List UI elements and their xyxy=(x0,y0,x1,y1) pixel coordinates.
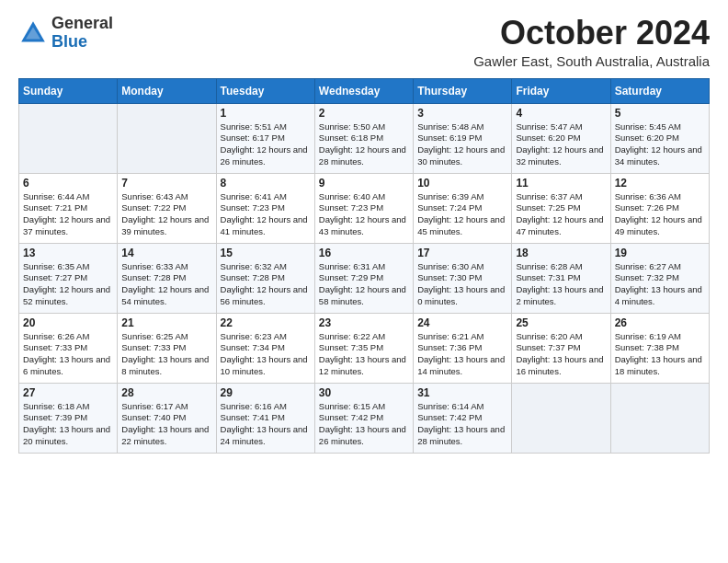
day-number: 18 xyxy=(516,247,606,259)
week-row-4: 20Sunrise: 6:26 AMSunset: 7:33 PMDayligh… xyxy=(19,313,710,383)
day-number: 6 xyxy=(23,177,113,190)
day-number: 31 xyxy=(417,386,507,399)
calendar-cell xyxy=(19,103,118,173)
cell-info: Sunrise: 6:15 AMSunset: 7:42 PMDaylight:… xyxy=(319,401,409,448)
day-number: 19 xyxy=(615,247,705,259)
day-number: 27 xyxy=(23,386,113,399)
calendar-cell xyxy=(512,383,610,453)
cell-info: Sunrise: 6:30 AMSunset: 7:30 PMDaylight:… xyxy=(417,261,507,308)
week-row-2: 6Sunrise: 6:44 AMSunset: 7:21 PMDaylight… xyxy=(19,173,710,243)
calendar-cell: 3Sunrise: 5:48 AMSunset: 6:19 PMDaylight… xyxy=(414,103,512,173)
day-number: 28 xyxy=(121,386,211,399)
header-day-tuesday: Tuesday xyxy=(216,78,314,103)
cell-info: Sunrise: 6:22 AMSunset: 7:35 PMDaylight:… xyxy=(319,331,409,378)
calendar-cell xyxy=(118,103,216,173)
cell-info: Sunrise: 6:14 AMSunset: 7:42 PMDaylight:… xyxy=(417,401,507,448)
calendar-cell: 22Sunrise: 6:23 AMSunset: 7:34 PMDayligh… xyxy=(216,313,314,383)
calendar-cell: 28Sunrise: 6:17 AMSunset: 7:40 PMDayligh… xyxy=(118,383,216,453)
day-number: 22 xyxy=(221,316,311,329)
calendar-cell: 26Sunrise: 6:19 AMSunset: 7:38 PMDayligh… xyxy=(610,313,709,383)
calendar-cell xyxy=(610,383,709,453)
calendar-cell: 13Sunrise: 6:35 AMSunset: 7:27 PMDayligh… xyxy=(19,243,118,313)
calendar-cell: 29Sunrise: 6:16 AMSunset: 7:41 PMDayligh… xyxy=(216,383,314,453)
calendar-cell: 17Sunrise: 6:30 AMSunset: 7:30 PMDayligh… xyxy=(414,243,512,313)
day-number: 4 xyxy=(516,107,606,120)
calendar-cell: 8Sunrise: 6:41 AMSunset: 7:23 PMDaylight… xyxy=(216,173,314,243)
calendar-cell: 18Sunrise: 6:28 AMSunset: 7:31 PMDayligh… xyxy=(512,243,610,313)
header-day-friday: Friday xyxy=(512,78,610,103)
calendar-cell: 30Sunrise: 6:15 AMSunset: 7:42 PMDayligh… xyxy=(314,383,413,453)
cell-info: Sunrise: 5:51 AMSunset: 6:17 PMDaylight:… xyxy=(221,121,311,168)
logo: General Blue xyxy=(18,15,113,52)
header-day-sunday: Sunday xyxy=(19,78,118,103)
day-number: 9 xyxy=(319,177,409,190)
header: General Blue October 2024 Gawler East, S… xyxy=(18,15,710,69)
cell-info: Sunrise: 6:16 AMSunset: 7:41 PMDaylight:… xyxy=(221,401,311,448)
calendar-cell: 19Sunrise: 6:27 AMSunset: 7:32 PMDayligh… xyxy=(610,243,709,313)
week-row-1: 1Sunrise: 5:51 AMSunset: 6:17 PMDaylight… xyxy=(19,103,710,173)
cell-info: Sunrise: 5:48 AMSunset: 6:19 PMDaylight:… xyxy=(417,121,507,168)
cell-info: Sunrise: 6:40 AMSunset: 7:23 PMDaylight:… xyxy=(319,191,409,238)
day-number: 17 xyxy=(417,247,507,259)
cell-info: Sunrise: 6:32 AMSunset: 7:28 PMDaylight:… xyxy=(221,261,311,308)
calendar-cell: 21Sunrise: 6:25 AMSunset: 7:33 PMDayligh… xyxy=(118,313,216,383)
logo-general: General xyxy=(51,14,113,32)
calendar-cell: 4Sunrise: 5:47 AMSunset: 6:20 PMDaylight… xyxy=(512,103,610,173)
cell-info: Sunrise: 6:31 AMSunset: 7:29 PMDaylight:… xyxy=(319,261,409,308)
header-day-monday: Monday xyxy=(118,78,216,103)
cell-info: Sunrise: 6:44 AMSunset: 7:21 PMDaylight:… xyxy=(23,191,113,238)
cell-info: Sunrise: 6:20 AMSunset: 7:37 PMDaylight:… xyxy=(516,331,606,378)
cell-info: Sunrise: 6:21 AMSunset: 7:36 PMDaylight:… xyxy=(417,331,507,378)
calendar-cell: 9Sunrise: 6:40 AMSunset: 7:23 PMDaylight… xyxy=(314,173,413,243)
month-title: October 2024 xyxy=(473,15,710,52)
calendar-cell: 15Sunrise: 6:32 AMSunset: 7:28 PMDayligh… xyxy=(216,243,314,313)
day-number: 23 xyxy=(319,316,409,329)
location-title: Gawler East, South Australia, Australia xyxy=(473,53,710,69)
cell-info: Sunrise: 6:23 AMSunset: 7:34 PMDaylight:… xyxy=(221,331,311,378)
calendar-cell: 5Sunrise: 5:45 AMSunset: 6:20 PMDaylight… xyxy=(610,103,709,173)
calendar-cell: 27Sunrise: 6:18 AMSunset: 7:39 PMDayligh… xyxy=(19,383,118,453)
calendar-cell: 10Sunrise: 6:39 AMSunset: 7:24 PMDayligh… xyxy=(414,173,512,243)
day-number: 13 xyxy=(23,247,113,259)
calendar-cell: 11Sunrise: 6:37 AMSunset: 7:25 PMDayligh… xyxy=(512,173,610,243)
cell-info: Sunrise: 6:43 AMSunset: 7:22 PMDaylight:… xyxy=(121,191,211,238)
day-number: 7 xyxy=(121,177,211,190)
day-number: 15 xyxy=(221,247,311,259)
day-number: 8 xyxy=(221,177,311,190)
cell-info: Sunrise: 6:37 AMSunset: 7:25 PMDaylight:… xyxy=(516,191,606,238)
cell-info: Sunrise: 6:17 AMSunset: 7:40 PMDaylight:… xyxy=(121,401,211,448)
day-number: 29 xyxy=(221,386,311,399)
calendar-header-row: SundayMondayTuesdayWednesdayThursdayFrid… xyxy=(19,78,710,103)
cell-info: Sunrise: 5:45 AMSunset: 6:20 PMDaylight:… xyxy=(615,121,705,168)
day-number: 5 xyxy=(615,107,705,120)
day-number: 16 xyxy=(319,247,409,259)
logo-blue: Blue xyxy=(51,32,87,51)
calendar-cell: 2Sunrise: 5:50 AMSunset: 6:18 PMDaylight… xyxy=(314,103,413,173)
calendar-cell: 31Sunrise: 6:14 AMSunset: 7:42 PMDayligh… xyxy=(414,383,512,453)
day-number: 21 xyxy=(121,316,211,329)
calendar-cell: 7Sunrise: 6:43 AMSunset: 7:22 PMDaylight… xyxy=(118,173,216,243)
calendar-cell: 25Sunrise: 6:20 AMSunset: 7:37 PMDayligh… xyxy=(512,313,610,383)
calendar-cell: 20Sunrise: 6:26 AMSunset: 7:33 PMDayligh… xyxy=(19,313,118,383)
cell-info: Sunrise: 6:39 AMSunset: 7:24 PMDaylight:… xyxy=(417,191,507,238)
cell-info: Sunrise: 5:50 AMSunset: 6:18 PMDaylight:… xyxy=(319,121,409,168)
cell-info: Sunrise: 6:35 AMSunset: 7:27 PMDaylight:… xyxy=(23,261,113,308)
calendar-cell: 12Sunrise: 6:36 AMSunset: 7:26 PMDayligh… xyxy=(610,173,709,243)
cell-info: Sunrise: 6:28 AMSunset: 7:31 PMDaylight:… xyxy=(516,261,606,308)
cell-info: Sunrise: 6:26 AMSunset: 7:33 PMDaylight:… xyxy=(23,331,113,378)
day-number: 11 xyxy=(516,177,606,190)
week-row-5: 27Sunrise: 6:18 AMSunset: 7:39 PMDayligh… xyxy=(19,383,710,453)
day-number: 3 xyxy=(417,107,507,120)
calendar-cell: 16Sunrise: 6:31 AMSunset: 7:29 PMDayligh… xyxy=(314,243,413,313)
cell-info: Sunrise: 6:18 AMSunset: 7:39 PMDaylight:… xyxy=(23,401,113,448)
logo-text: General Blue xyxy=(51,15,113,52)
week-row-3: 13Sunrise: 6:35 AMSunset: 7:27 PMDayligh… xyxy=(19,243,710,313)
calendar-page: General Blue October 2024 Gawler East, S… xyxy=(0,0,728,563)
cell-info: Sunrise: 6:41 AMSunset: 7:23 PMDaylight:… xyxy=(221,191,311,238)
cell-info: Sunrise: 6:19 AMSunset: 7:38 PMDaylight:… xyxy=(615,331,705,378)
title-block: October 2024 Gawler East, South Australi… xyxy=(473,15,710,69)
cell-info: Sunrise: 6:25 AMSunset: 7:33 PMDaylight:… xyxy=(121,331,211,378)
day-number: 20 xyxy=(23,316,113,329)
day-number: 25 xyxy=(516,316,606,329)
header-day-thursday: Thursday xyxy=(414,78,512,103)
